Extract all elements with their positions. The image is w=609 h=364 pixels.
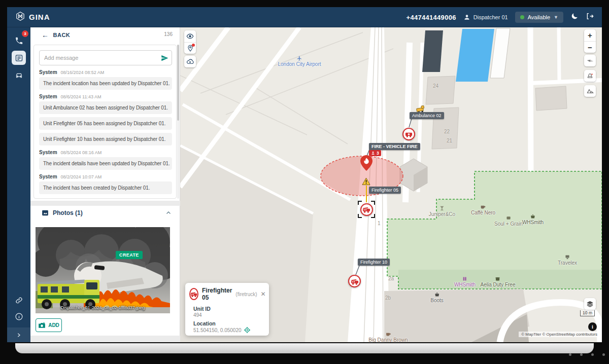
gina-logo-icon bbox=[15, 11, 25, 23]
back-button[interactable]: ← BACK bbox=[42, 31, 70, 39]
unit-marker-ambulance-02[interactable] bbox=[402, 128, 415, 140]
terrain-button[interactable] bbox=[584, 85, 596, 97]
add-photo-label: ADD bbox=[48, 322, 59, 328]
unit-label-firefighter-10[interactable]: Firefighter 10 bbox=[358, 259, 390, 266]
zoom-in-button[interactable]: + bbox=[584, 29, 596, 41]
weather-overlay bbox=[184, 56, 196, 67]
popup-unit-type: (firetruck) bbox=[235, 292, 257, 297]
message-time: 08/5/2024 08:16 AM bbox=[61, 150, 102, 155]
back-arrow-icon: ← bbox=[42, 31, 49, 39]
user-menu[interactable]: Dispatcher 01 bbox=[463, 14, 508, 21]
popup-title: Firefighter 05 bbox=[202, 287, 232, 301]
nav-links[interactable] bbox=[12, 293, 26, 307]
pitch-toggle-button[interactable] bbox=[584, 70, 596, 82]
dark-mode-toggle[interactable] bbox=[570, 12, 579, 22]
info-icon bbox=[15, 312, 23, 321]
compass-needle-icon bbox=[586, 57, 594, 65]
unit-label-ambulance-02[interactable]: Ambulance 02 bbox=[410, 112, 444, 119]
message-sender: System bbox=[39, 174, 57, 179]
unit-marker-firefighter-10[interactable] bbox=[348, 275, 361, 287]
nav-calls[interactable]: 3 bbox=[12, 33, 26, 48]
compass-wrap bbox=[584, 55, 596, 66]
calls-badge: 3 bbox=[22, 30, 28, 37]
crosshair-icon[interactable] bbox=[244, 327, 250, 333]
poi-travelex: Travelex bbox=[558, 254, 577, 266]
camera-plus-icon bbox=[38, 322, 46, 329]
chevron-up-icon bbox=[165, 210, 172, 216]
map-info-button[interactable]: i bbox=[588, 322, 597, 331]
panel-divider bbox=[30, 201, 180, 206]
ambulance-icon bbox=[405, 130, 413, 138]
layers-button[interactable] bbox=[584, 298, 596, 310]
send-message-button[interactable] bbox=[157, 51, 172, 65]
panel-footer bbox=[30, 336, 180, 342]
incident-panel: ← BACK 136 System08/16/2024 08:52 AM The… bbox=[30, 27, 180, 342]
moon-icon bbox=[570, 12, 579, 20]
poi-whsmith-upper: WHSmith bbox=[522, 214, 544, 225]
popup-unit-id-label: Unit ID bbox=[193, 306, 269, 312]
zoom-out-button[interactable]: − bbox=[584, 41, 596, 53]
unit-marker-firefighter-05[interactable] bbox=[360, 203, 373, 216]
map-container: + − 10 m i © MapTiler © OpenStreetMap co… bbox=[180, 27, 602, 342]
poi-boots: Boots bbox=[430, 292, 444, 303]
nav-info[interactable] bbox=[12, 309, 26, 323]
building-number: 21 bbox=[447, 138, 452, 143]
message-input-wrap bbox=[39, 50, 172, 65]
photo-filename: Dispatcher_01-2024_08_02-1fff8d37.jpeg bbox=[36, 305, 170, 310]
firetruck-icon bbox=[190, 290, 197, 298]
map-attribution[interactable]: © MapTiler © OpenStreetMap contributors bbox=[519, 332, 600, 337]
layers-wrap bbox=[584, 298, 596, 310]
coffee-cup-icon bbox=[481, 204, 486, 209]
shopping-basket-icon bbox=[434, 292, 439, 297]
terrain-icon bbox=[586, 87, 594, 95]
chat-scrollbar bbox=[177, 45, 179, 199]
plus-icon: + bbox=[588, 31, 592, 39]
phone-icon bbox=[15, 37, 23, 45]
logout-button[interactable] bbox=[586, 12, 594, 22]
poi-big-danny-brown: Big Danny Brown bbox=[368, 332, 408, 342]
photos-collapse-button[interactable] bbox=[165, 209, 172, 218]
popup-unit-id-value: 494 bbox=[193, 312, 269, 318]
popup-close-button[interactable]: ✕ bbox=[261, 291, 266, 297]
link-icon bbox=[15, 296, 23, 305]
unit-popup: Firefighter 05 (firetruck) ✕ Unit ID 494… bbox=[185, 283, 269, 336]
logout-icon bbox=[586, 12, 594, 20]
visibility-toggle-button[interactable] bbox=[184, 30, 196, 42]
add-photo-button[interactable]: ADD bbox=[36, 318, 62, 332]
weather-layer-button[interactable] bbox=[184, 56, 196, 67]
rail-expand-button[interactable] bbox=[7, 327, 30, 342]
poi-caffe-nero: Caffè Nero bbox=[471, 204, 495, 215]
location-layer-button[interactable] bbox=[184, 42, 196, 54]
units-icon bbox=[371, 151, 375, 155]
message-bubble: The incident location has been updated b… bbox=[39, 77, 172, 90]
poi-juniper: Juniper&Co bbox=[429, 206, 455, 217]
popup-unit-icon bbox=[189, 288, 198, 300]
device-chin bbox=[15, 343, 594, 353]
chat-card: System08/16/2024 08:52 AM The incident l… bbox=[33, 45, 177, 199]
person-icon bbox=[463, 14, 470, 21]
photos-title: Photos (1) bbox=[53, 209, 83, 216]
photo-create-badge: CREATE bbox=[116, 251, 143, 259]
eye-icon bbox=[186, 32, 194, 40]
zoom-controls: + − bbox=[584, 29, 596, 53]
message-input[interactable] bbox=[40, 55, 157, 61]
unit-label-firefighter-05[interactable]: Firefighter 05 bbox=[369, 187, 401, 194]
brand: GINA bbox=[15, 11, 50, 23]
fire-incident-pin[interactable] bbox=[360, 155, 373, 171]
chat-scrollbar-thumb[interactable] bbox=[177, 45, 179, 121]
shopping-basket-icon bbox=[530, 214, 535, 219]
back-label: BACK bbox=[53, 32, 71, 38]
airplane-icon bbox=[297, 55, 302, 61]
message-time: 08/2/2024 10:07 AM bbox=[61, 174, 102, 179]
incident-label[interactable]: FIRE - VEHICLE FIRE bbox=[369, 143, 420, 150]
photo-burning-plane bbox=[36, 227, 170, 313]
photos-section-header: Photos (1) bbox=[30, 208, 180, 218]
books-icon bbox=[462, 276, 467, 281]
incident-photo[interactable]: CREATE Dispatcher_01-2024_08_02-1fff8d37… bbox=[36, 227, 170, 313]
message-list[interactable]: System08/16/2024 08:52 AM The incident l… bbox=[39, 69, 172, 196]
message-bubble: Unit Firefighter 05 has been assigned by… bbox=[39, 117, 172, 130]
availability-dropdown[interactable]: Available ▼ bbox=[515, 12, 563, 23]
nav-incidents[interactable] bbox=[12, 51, 26, 65]
compass-button[interactable] bbox=[584, 55, 596, 66]
nav-vehicles[interactable] bbox=[12, 68, 26, 82]
